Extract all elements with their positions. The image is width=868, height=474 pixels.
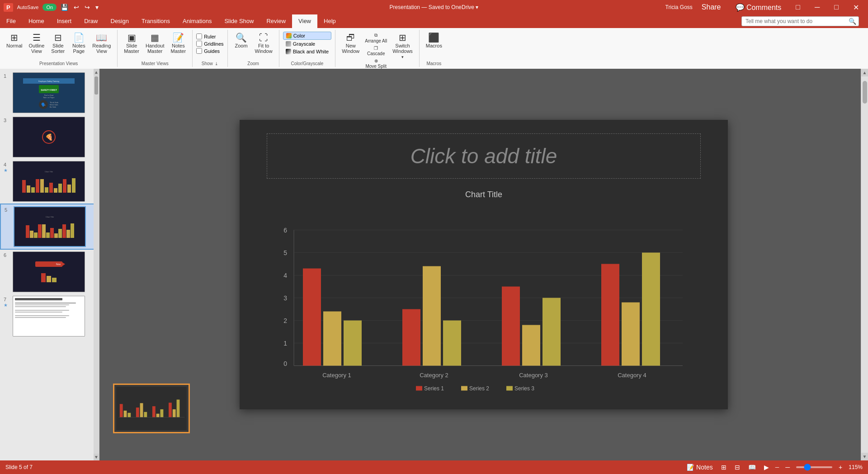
comments-button[interactable]: 💬 Comments — [730, 1, 787, 14]
zoom-out-button[interactable]: ─ — [783, 463, 792, 472]
minimize-button[interactable]: ─ — [809, 1, 825, 13]
gridlines-checkbox[interactable] — [196, 41, 202, 47]
status-normal-view-button[interactable]: ⊞ — [719, 463, 728, 472]
new-window-button[interactable]: 🗗 New Window — [339, 32, 362, 55]
master-views-group: ▣ Slide Master ▦ Handout Master 📝 Notes … — [118, 30, 193, 67]
slide-item-5[interactable]: 5 Chart Title — [0, 204, 99, 250]
notes-button[interactable]: 📝 Notes — [685, 463, 714, 472]
zoom-level: 115% — [849, 464, 863, 470]
canvas-vertical-scrollbar[interactable]: ▲ ▼ — [861, 69, 868, 460]
tab-design[interactable]: Design — [104, 14, 135, 28]
ruler-checkbox-item[interactable]: Ruler — [196, 33, 223, 39]
slide-item-7[interactable]: 7★ — [0, 294, 99, 338]
zoom-button[interactable]: 🔍 Zoom — [231, 32, 251, 50]
slide-item-3[interactable]: 3 🍕 — [0, 115, 99, 159]
svg-rect-27 — [156, 414, 160, 417]
slide-canvas[interactable]: Click to add title Chart Title 6 5 — [240, 120, 728, 409]
title-placeholder[interactable]: Click to add title — [267, 133, 701, 179]
share-button[interactable]: Share — [696, 1, 726, 13]
legend-series1-swatch — [416, 386, 422, 391]
switch-windows-button[interactable]: ⊞ Switch Windows ▾ — [390, 32, 415, 61]
handout-master-button[interactable]: ▦ Handout Master — [143, 32, 167, 55]
title-dropdown-icon[interactable]: ▾ — [476, 4, 478, 10]
slide-item-4[interactable]: 4★ Chart Title — [0, 159, 99, 204]
zoom-buttons: 🔍 Zoom ⛶ Fit to Window — [231, 30, 275, 61]
svg-text:6: 6 — [283, 227, 287, 234]
move-split-button[interactable]: ⊕ Move Split — [363, 57, 389, 70]
normal-view-button[interactable]: ⊞ Normal — [4, 32, 25, 50]
svg-text:2: 2 — [283, 317, 287, 324]
save-icon[interactable]: 💾 — [59, 3, 70, 12]
search-wrap: 🔍 — [741, 16, 859, 26]
slide-number-1: 1 — [4, 73, 11, 79]
status-reading-view-button[interactable]: 📖 — [746, 463, 758, 472]
tab-home[interactable]: Home — [22, 14, 51, 28]
guides-checkbox[interactable] — [196, 48, 202, 54]
macros-button[interactable]: ⬛ Macros — [423, 32, 445, 50]
slide-thumb-5: Chart Title — [14, 206, 86, 247]
slide-thumb-1: Employee Safety Training SAFETY FIRST Fi… — [13, 72, 85, 113]
arrange-all-button[interactable]: ⧉ Arrange All — [363, 32, 389, 44]
outline-view-button[interactable]: ☰ Outline View — [26, 32, 47, 55]
gridlines-checkbox-item[interactable]: Gridlines — [196, 41, 223, 47]
tab-animations[interactable]: Animations — [176, 14, 218, 28]
color-button[interactable]: Color — [283, 32, 331, 40]
cat4-series1-bar — [601, 264, 619, 366]
scroll-down-arrow[interactable]: ▼ — [94, 454, 99, 460]
notes-master-button[interactable]: 📝 Notes Master — [168, 32, 189, 55]
canvas-scroll-thumb[interactable] — [863, 81, 867, 104]
scroll-thumb[interactable] — [94, 76, 98, 95]
autosave-toggle[interactable]: On — [42, 4, 57, 11]
thumb-chart-svg — [116, 390, 187, 427]
reading-view-button[interactable]: 📖 Reading View — [90, 32, 113, 55]
zoom-slider[interactable] — [796, 466, 832, 468]
color-buttons: Color Grayscale Black and White — [283, 32, 331, 55]
close-button[interactable]: ✕ — [848, 1, 864, 14]
tab-transitions[interactable]: Transitions — [135, 14, 176, 28]
customize-qat-icon[interactable]: ▾ — [94, 3, 100, 12]
tab-insert[interactable]: Insert — [51, 14, 78, 28]
slide-thumb-4: Chart Title — [13, 161, 85, 202]
grayscale-button[interactable]: Grayscale — [283, 40, 331, 47]
zoom-in-button[interactable]: + — [837, 463, 844, 472]
maximize-button[interactable]: □ — [829, 1, 844, 13]
color-grayscale-label: Color/Grayscale — [291, 61, 324, 67]
status-slide-sorter-button[interactable]: ⊟ — [733, 463, 742, 472]
tab-file[interactable]: File — [0, 14, 22, 28]
undo-icon[interactable]: ↩ — [72, 3, 80, 12]
svg-rect-26 — [152, 406, 156, 417]
cascade-button[interactable]: ❐ Cascade — [363, 45, 389, 57]
notes-page-button[interactable]: 📄 Notes Page — [69, 32, 89, 55]
guides-checkbox-item[interactable]: Guides — [196, 48, 223, 54]
cat3-series2-bar — [522, 325, 540, 366]
switch-windows-icon: ⊞ — [399, 33, 406, 42]
show-expand-icon[interactable]: ⤓ — [215, 62, 218, 66]
slide-panel-scrollbar[interactable]: ▲ ▼ — [94, 69, 99, 460]
slide-master-button[interactable]: ▣ Slide Master — [121, 32, 142, 55]
search-input[interactable] — [741, 16, 859, 26]
canvas-scroll-up[interactable]: ▲ — [861, 69, 868, 76]
ribbon-display-button[interactable]: □ — [790, 1, 806, 13]
slide-number-4: 4★ — [4, 162, 11, 173]
canvas-scroll-down[interactable]: ▼ — [861, 453, 868, 460]
slide-number-5: 5 — [5, 207, 12, 213]
tab-view[interactable]: View — [292, 14, 317, 28]
svg-rect-23 — [136, 408, 139, 417]
slide-item-1[interactable]: 1 Employee Safety Training SAFETY FIRST … — [0, 71, 99, 115]
tab-draw[interactable]: Draw — [78, 14, 104, 28]
tab-help[interactable]: Help — [317, 14, 342, 28]
tab-slide-show[interactable]: Slide Show — [218, 14, 260, 28]
black-white-button[interactable]: Black and White — [283, 48, 331, 55]
slide-sorter-button[interactable]: ⊟ Slide Sorter — [48, 32, 68, 55]
enlarged-thumbnail[interactable] — [113, 384, 190, 433]
tab-review[interactable]: Review — [260, 14, 292, 28]
scroll-up-arrow[interactable]: ▲ — [94, 69, 99, 76]
slide-item-6[interactable]: 6 Now — [0, 250, 99, 294]
ruler-checkbox[interactable] — [196, 33, 202, 39]
redo-icon[interactable]: ↪ — [83, 3, 91, 12]
svg-text:1: 1 — [283, 340, 287, 347]
fit-to-window-button[interactable]: ⛶ Fit to Window — [252, 32, 275, 55]
canvas-area: ▲ ▼ Click to add title Chart Title — [99, 69, 868, 460]
status-presenter-button[interactable]: ▶ — [762, 463, 771, 472]
svg-rect-25 — [144, 412, 147, 417]
